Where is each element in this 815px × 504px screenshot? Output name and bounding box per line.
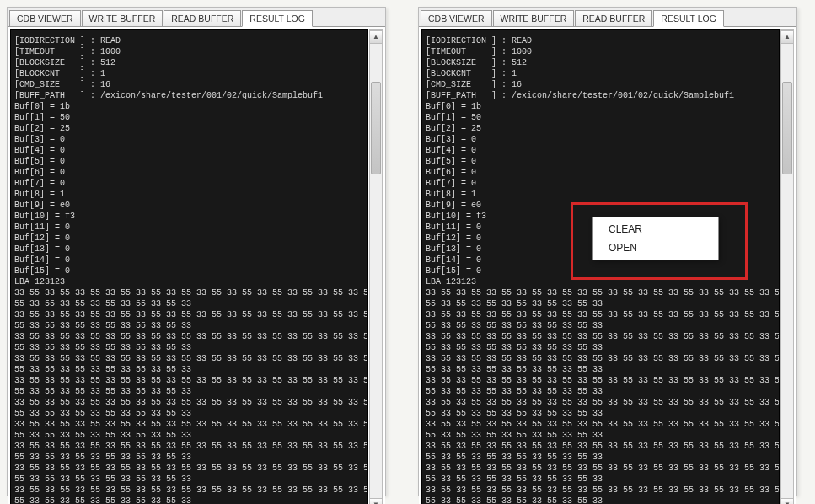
- tab-body: [IODIRECTION ] : READ [TIMEOUT ] : 1000 …: [419, 26, 796, 504]
- tab-write-buffer[interactable]: WRITE BUFFER: [82, 10, 164, 27]
- tab-cdb-viewer[interactable]: CDB VIEWER: [421, 10, 492, 27]
- context-menu-clear[interactable]: CLEAR: [593, 220, 718, 239]
- tab-result-log[interactable]: RESULT LOG: [242, 10, 313, 27]
- tab-read-buffer[interactable]: READ BUFFER: [575, 10, 652, 27]
- scroll-thumb[interactable]: [782, 82, 792, 174]
- left-panel: CDB VIEWER WRITE BUFFER READ BUFFER RESU…: [7, 7, 386, 496]
- scroll-track[interactable]: [781, 44, 793, 498]
- scroll-thumb[interactable]: [371, 82, 381, 174]
- vertical-scrollbar[interactable]: ▲ ▼: [780, 29, 794, 504]
- scroll-up-button[interactable]: ▲: [370, 30, 382, 44]
- scroll-up-button[interactable]: ▲: [781, 30, 793, 44]
- tab-write-buffer[interactable]: WRITE BUFFER: [493, 10, 575, 27]
- tab-result-log[interactable]: RESULT LOG: [653, 10, 724, 27]
- context-menu: CLEAR OPEN: [592, 217, 719, 260]
- scroll-down-button[interactable]: ▼: [781, 498, 793, 504]
- tab-cdb-viewer[interactable]: CDB VIEWER: [9, 10, 81, 27]
- tab-body: [IODIRECTION ] : READ [TIMEOUT ] : 1000 …: [8, 26, 385, 504]
- scroll-track[interactable]: [370, 44, 382, 498]
- right-panel: CDB VIEWER WRITE BUFFER READ BUFFER RESU…: [418, 7, 797, 496]
- tab-bar: CDB VIEWER WRITE BUFFER READ BUFFER RESU…: [8, 8, 385, 26]
- tab-bar: CDB VIEWER WRITE BUFFER READ BUFFER RESU…: [419, 8, 796, 26]
- tab-read-buffer[interactable]: READ BUFFER: [164, 10, 241, 27]
- result-log-textarea[interactable]: [IODIRECTION ] : READ [TIMEOUT ] : 1000 …: [10, 29, 368, 504]
- scroll-down-button[interactable]: ▼: [370, 498, 382, 504]
- result-log-textarea[interactable]: [IODIRECTION ] : READ [TIMEOUT ] : 1000 …: [421, 29, 780, 504]
- context-menu-open[interactable]: OPEN: [593, 239, 718, 257]
- vertical-scrollbar[interactable]: ▲ ▼: [369, 29, 383, 504]
